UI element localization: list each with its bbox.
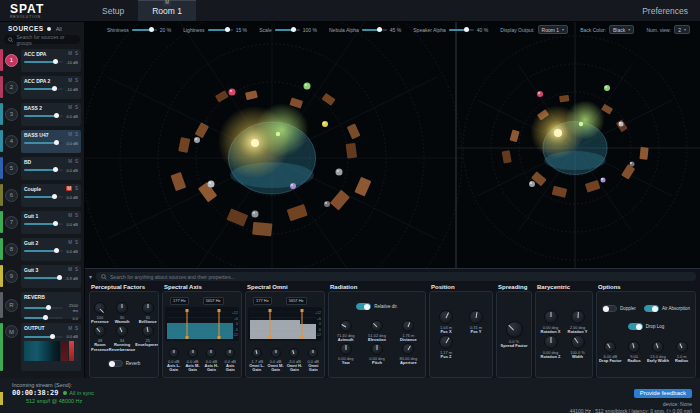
eq-frequency-value[interactable]: 177 Hz	[170, 297, 189, 305]
speaker-box[interactable]	[245, 90, 258, 100]
source-gain-slider[interactable]	[24, 115, 63, 117]
source-sphere[interactable]	[324, 201, 330, 207]
knob-dial-distance[interactable]	[402, 320, 414, 332]
speaker-box[interactable]	[502, 150, 512, 163]
mute-button[interactable]: M	[68, 105, 72, 110]
mute-button[interactable]: M	[68, 78, 72, 83]
source-row-guit-2[interactable]: 8Guit 2MS0.0 dB	[0, 236, 84, 262]
source-row-couple[interactable]: 6CoupleMS0.0 dB	[0, 182, 84, 208]
knob-dial-rotation-x[interactable]	[544, 310, 558, 324]
knob-dial-width[interactable]	[571, 335, 585, 349]
source-row-guit-1[interactable]: 7Guit 1MS0.0 dB	[0, 209, 84, 235]
output-gain-slider[interactable]	[24, 336, 63, 338]
knob-dial-axis-l-gain[interactable]	[169, 348, 179, 358]
knob-dial-axis-m-gain[interactable]	[188, 348, 198, 358]
source-row-acc-dpa-2[interactable]: 2ACC DPA 2MS-10 dB	[0, 74, 84, 100]
reverb-time-slider[interactable]	[24, 307, 63, 309]
eq-frequency-value[interactable]: 5657 Hz	[203, 297, 224, 305]
mute-button[interactable]: M	[68, 159, 72, 164]
knob-dial-radius[interactable]	[628, 341, 640, 353]
reverb-gain-slider[interactable]	[24, 317, 63, 319]
speaker-box[interactable]	[322, 93, 336, 106]
source-row-output[interactable]: MOUTPUTMS0.0 dB	[0, 321, 84, 373]
solo-button[interactable]: S	[75, 51, 78, 56]
knob-dial-spread-factor[interactable]	[506, 321, 523, 338]
source-gain-slider[interactable]	[24, 250, 63, 252]
view-select-dropdown-display-output[interactable]: Room 1▾	[538, 25, 569, 34]
knob-dial-omni-m-gain[interactable]	[271, 348, 281, 358]
view-select-dropdown-num-view[interactable]: 2▾	[674, 25, 690, 34]
speaker-box[interactable]	[559, 95, 569, 103]
knob-dial-rotation-z[interactable]	[544, 335, 558, 349]
view-select-dropdown-back-color[interactable]: Black▾	[609, 25, 634, 34]
mute-button[interactable]: M	[68, 132, 72, 137]
mute-button[interactable]: M	[66, 186, 72, 191]
view-setting-slider-scale[interactable]	[275, 29, 300, 31]
source-gain-slider[interactable]	[24, 277, 63, 279]
knob-dial-running-reverberance[interactable]	[116, 325, 128, 337]
source-gain-slider[interactable]	[24, 196, 63, 198]
slider-thumb[interactable]	[291, 27, 296, 32]
source-row-bd[interactable]: 5BDMS0.0 dB	[0, 155, 84, 181]
tab-room-1[interactable]: Room 1M	[138, 0, 196, 21]
knob-dial-envelopment[interactable]	[142, 325, 154, 337]
scene-3d[interactable]	[85, 22, 700, 268]
knob-dial-axis-gain[interactable]	[225, 348, 235, 358]
source-gain-slider[interactable]	[24, 61, 63, 63]
source-row-reverb[interactable]: RREVERB2500 ms0.0	[0, 290, 84, 320]
collapse-panel-chevron-icon[interactable]: ▾	[89, 274, 92, 280]
slider-thumb[interactable]	[46, 305, 51, 310]
sources-filter-all[interactable]: All	[56, 26, 62, 32]
mute-button[interactable]: M	[68, 213, 72, 218]
source-card[interactable]: ACC DPAMS-10 dB	[21, 49, 81, 72]
source-sphere[interactable]	[537, 91, 543, 97]
toggle-switch-drop-log[interactable]	[628, 323, 643, 330]
slider-thumb[interactable]	[52, 194, 57, 199]
knob-dial-brilliance[interactable]	[142, 302, 154, 314]
speaker-box[interactable]	[226, 208, 248, 226]
3d-viewport[interactable]: Shininess20 %Lightness15 %Scale100 %Nebu…	[85, 22, 700, 268]
slider-thumb[interactable]	[149, 27, 154, 32]
knob-dial-pos-z[interactable]	[439, 335, 453, 349]
source-sphere[interactable]	[529, 181, 535, 187]
speaker-box[interactable]	[510, 129, 520, 142]
source-card[interactable]: Guit 3MS-5.9 dB	[21, 265, 81, 288]
knob-dial-yaw[interactable]	[340, 343, 352, 355]
source-row-acc-dpa[interactable]: 1ACC DPAMS-10 dB	[0, 47, 84, 73]
solo-button[interactable]: S	[75, 78, 78, 83]
toggle-switch-doppler[interactable]	[602, 305, 617, 312]
slider-thumb[interactable]	[377, 27, 382, 32]
source-card[interactable]: Guit 2MS0.0 dB	[21, 238, 81, 261]
source-gain-slider[interactable]	[24, 142, 63, 144]
slider-thumb[interactable]	[54, 140, 59, 145]
source-sphere[interactable]	[336, 169, 343, 176]
preferences-button[interactable]: Preferences	[642, 0, 700, 21]
knob-dial-omni-l-gain[interactable]	[252, 348, 262, 358]
source-row-guit-3[interactable]: 9Guit 3MS-5.9 dB	[0, 263, 84, 289]
source-sphere[interactable]	[604, 85, 610, 91]
slider-thumb[interactable]	[54, 248, 59, 253]
slider-thumb[interactable]	[50, 334, 55, 339]
source-gain-slider[interactable]	[24, 223, 63, 225]
slider-thumb[interactable]	[52, 86, 57, 91]
eq-graph[interactable]: +12+60-6-12	[248, 307, 322, 341]
knob-dial-pos-y[interactable]	[469, 310, 483, 324]
speaker-box[interactable]	[178, 137, 190, 153]
sources-search-input[interactable]: Search for sources or groups	[4, 35, 80, 44]
source-gain-slider[interactable]	[24, 169, 63, 171]
solo-button[interactable]: S	[75, 326, 78, 331]
toggle-switch-relative-dir[interactable]	[356, 303, 371, 310]
tab-setup[interactable]: Setup	[88, 0, 138, 21]
speaker-box[interactable]	[354, 177, 371, 197]
source-sphere[interactable]	[229, 89, 236, 96]
source-card[interactable]: BDMS0.0 dB	[21, 157, 81, 180]
speaker-box[interactable]	[585, 180, 601, 193]
toggle-switch-reverb[interactable]	[108, 360, 123, 367]
view-setting-slider-speaker-alpha[interactable]	[449, 29, 474, 31]
source-card[interactable]: REVERB2500 ms0.0	[21, 292, 81, 319]
slider-thumb[interactable]	[225, 27, 230, 32]
knob-dial-axis-h-gain[interactable]	[206, 348, 216, 358]
source-gain-slider[interactable]	[24, 88, 63, 90]
source-card[interactable]: BASS U47MS0.0 dB	[21, 130, 81, 153]
source-sphere[interactable]	[290, 183, 296, 189]
